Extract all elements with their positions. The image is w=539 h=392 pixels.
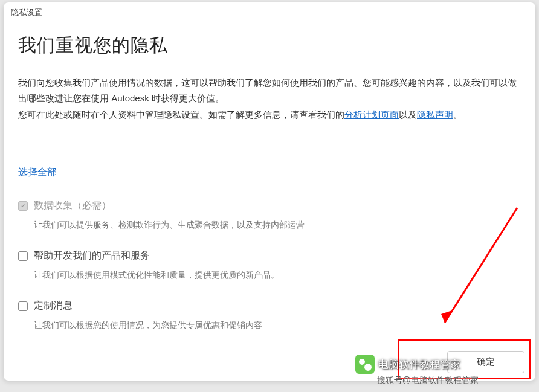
dialog-title-bar: 隐私设置 xyxy=(4,2,535,22)
select-all-link[interactable]: 选择全部 xyxy=(18,167,57,177)
option-row-custom-msg: 定制消息 xyxy=(18,300,521,312)
intro-p2-mid: 以及 xyxy=(399,109,417,120)
option-row-improve: 帮助开发我们的产品和服务 xyxy=(18,249,521,262)
ok-button[interactable]: 确定 xyxy=(447,351,524,373)
analytics-plan-link[interactable]: 分析计划页面 xyxy=(344,109,399,120)
intro-paragraph-1: 我们向您收集我们产品使用情况的数据，这可以帮助我们了解您如何使用我们的产品、您可… xyxy=(18,75,521,106)
intro-paragraph-2: 您可在此处或随时在个人资料中管理隐私设置。如需了解更多信息，请查看我们的分析计划… xyxy=(18,107,521,123)
option-label-custom-messages: 定制消息 xyxy=(34,300,73,312)
privacy-dialog: 隐私设置 我们重视您的隐私 我们向您收集我们产品使用情况的数据，这可以帮助我们了… xyxy=(4,2,535,381)
checkbox-data-collection xyxy=(18,201,28,211)
option-label-data-collection: 数据收集（必需） xyxy=(34,199,111,212)
option-desc-custom-messages: 让我们可以根据您的使用情况，为您提供专属优惠和促销内容 xyxy=(34,318,521,332)
select-all-row: 选择全部 xyxy=(18,166,521,179)
checkbox-custom-messages[interactable] xyxy=(18,301,28,311)
dialog-title: 隐私设置 xyxy=(11,8,42,17)
privacy-statement-link[interactable]: 隐私声明 xyxy=(417,109,453,120)
dialog-footer: 确定 xyxy=(447,351,524,373)
intro-p2-suffix: 。 xyxy=(453,109,462,120)
option-desc-data-collection: 让我们可以提供服务、检测欺诈行为、生成聚合数据，以及支持内部运营 xyxy=(34,218,521,231)
checkbox-improve-products[interactable] xyxy=(18,251,28,261)
option-desc-improve-products: 让我们可以根据使用模式优化性能和质量，提供更优质的新产品。 xyxy=(34,268,521,281)
option-row-required: 数据收集（必需） xyxy=(18,199,521,212)
dialog-content: 我们重视您的隐私 我们向您收集我们产品使用情况的数据，这可以帮助我们了解您如何使… xyxy=(4,22,535,381)
intro-p2-prefix: 您可在此处或随时在个人资料中管理隐私设置。如需了解更多信息，请查看我们的 xyxy=(18,109,344,120)
option-label-improve-products: 帮助开发我们的产品和服务 xyxy=(34,249,150,262)
main-heading: 我们重视您的隐私 xyxy=(18,33,521,58)
